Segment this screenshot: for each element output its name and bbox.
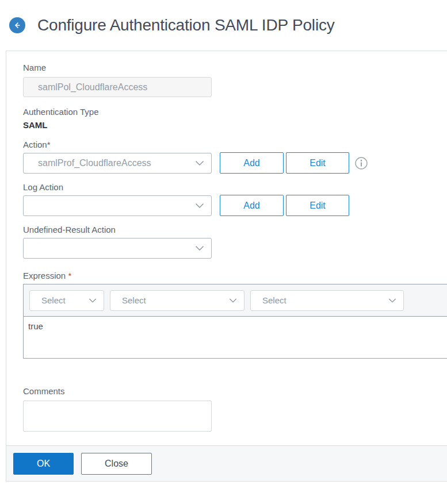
action-add-button[interactable]: Add — [220, 152, 284, 174]
ok-button[interactable]: OK — [13, 453, 74, 475]
log-action-select[interactable] — [23, 195, 212, 216]
back-arrow-icon — [13, 21, 22, 30]
log-action-edit-button[interactable]: Edit — [286, 195, 349, 216]
undefined-result-action-select[interactable] — [23, 238, 212, 259]
expression-select-3[interactable]: Select — [250, 290, 404, 311]
form-footer: OK Close — [6, 445, 447, 481]
chevron-down-icon — [195, 246, 204, 251]
page-header: Configure Authentication SAML IDP Policy — [0, 0, 447, 51]
auth-type-label: Authentication Type — [23, 107, 447, 117]
page-title: Configure Authentication SAML IDP Policy — [37, 16, 335, 34]
action-edit-button[interactable]: Edit — [286, 152, 349, 174]
log-action-add-button[interactable]: Add — [220, 195, 284, 216]
action-select-value: samlProf_CloudflareAccess — [38, 158, 151, 168]
comments-label: Comments — [23, 386, 447, 396]
back-button[interactable] — [9, 17, 25, 33]
chevron-down-icon — [89, 298, 97, 303]
action-select[interactable]: samlProf_CloudflareAccess — [23, 153, 212, 174]
comments-input[interactable] — [23, 401, 212, 432]
expression-builder: Select Select Select — [23, 284, 447, 359]
name-input[interactable] — [23, 77, 212, 97]
chevron-down-icon — [388, 298, 396, 303]
expression-label: Expression * — [23, 271, 447, 280]
undefined-result-action-label: Undefined-Result Action — [23, 225, 447, 234]
action-label: Action* — [23, 140, 447, 149]
log-action-label: Log Action — [23, 182, 447, 192]
chevron-down-icon — [195, 160, 204, 166]
close-button[interactable]: Close — [81, 453, 152, 475]
expression-select-1[interactable]: Select — [29, 290, 104, 311]
expression-toolbar: Select Select Select — [24, 284, 447, 317]
config-form-panel: Name Authentication Type SAML Action* sa… — [6, 51, 447, 482]
chevron-down-icon — [195, 203, 204, 208]
chevron-down-icon — [229, 298, 237, 303]
name-label: Name — [23, 63, 447, 72]
expression-input[interactable]: true — [24, 317, 447, 358]
required-asterisk: * — [68, 271, 71, 280]
auth-type-value: SAML — [23, 120, 447, 130]
info-icon[interactable] — [355, 157, 368, 170]
expression-select-2[interactable]: Select — [110, 290, 244, 311]
